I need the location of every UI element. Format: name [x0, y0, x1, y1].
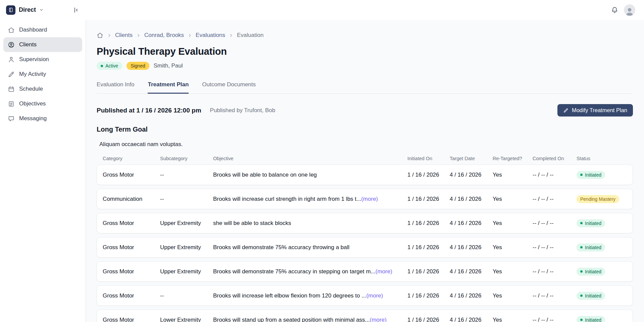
- sidebar-item-dashboard[interactable]: Dashboard: [3, 22, 82, 37]
- row-initiated-on: 1 / 16 / 2026: [407, 244, 448, 251]
- row-status: Initiated: [577, 171, 627, 179]
- status-dot: [580, 270, 583, 273]
- goals-table-header: Category Subcategory Objective Initiated…: [97, 156, 633, 161]
- row-status: Initiated: [577, 243, 627, 251]
- row-initiated-on: 1 / 16 / 2026: [407, 196, 448, 202]
- document-list-icon: [8, 100, 15, 107]
- row-target-date: 4 / 16 / 2026: [450, 196, 491, 202]
- row-completed-on: -- / -- / --: [533, 244, 575, 251]
- table-row[interactable]: Gross Motor Upper Extremity Brooks will …: [97, 261, 633, 282]
- row-category: Gross Motor: [103, 317, 158, 322]
- status-dot: [580, 174, 583, 176]
- col-status: Status: [577, 156, 627, 161]
- status-label: Initiated: [585, 172, 601, 178]
- sidebar-item-label: Dashboard: [19, 27, 47, 33]
- objective-text: Brooks will demonstrate 75% accuracy thr…: [213, 244, 349, 250]
- col-initiated-on: Initiated On: [407, 156, 448, 161]
- user-avatar[interactable]: [624, 4, 635, 16]
- row-subcategory: --: [160, 292, 211, 299]
- status-label: Initiated: [585, 245, 601, 250]
- row-retargeted: Yes: [493, 172, 531, 178]
- status-badge: Initiated: [577, 171, 605, 179]
- active-badge-label: Active: [105, 63, 118, 68]
- table-row[interactable]: Gross Motor Lower Extremity Brooks will …: [97, 310, 633, 322]
- row-subcategory: --: [160, 172, 211, 178]
- journal-icon: [8, 7, 14, 13]
- row-completed-on: -- / -- / --: [533, 268, 575, 275]
- breadcrumb-clients[interactable]: Clients: [115, 32, 133, 39]
- sidebar-item-label: Objectives: [19, 100, 46, 107]
- table-row[interactable]: Gross Motor Upper Extremity she will be …: [97, 213, 633, 233]
- sidebar-item-label: Supervision: [19, 56, 49, 63]
- row-category: Gross Motor: [103, 268, 158, 275]
- home-icon: [8, 27, 15, 34]
- row-target-date: 4 / 16 / 2026: [450, 292, 491, 299]
- top-bar-actions: [611, 4, 644, 16]
- app-logo: [6, 5, 15, 15]
- row-category: Gross Motor: [103, 172, 158, 178]
- chevron-right-icon: [136, 33, 141, 38]
- sidebar-item-objectives[interactable]: Objectives: [3, 96, 82, 111]
- long-term-goal-heading: Long Term Goal: [97, 126, 633, 133]
- chevron-right-icon: [188, 33, 192, 38]
- table-row[interactable]: Gross Motor -- Brooks will be able to ba…: [97, 165, 633, 185]
- sidebar-item-schedule[interactable]: Schedule: [3, 82, 82, 96]
- workspace-name: Direct: [19, 6, 36, 13]
- sidebar-item-clients[interactable]: Clients: [3, 37, 82, 52]
- row-retargeted: Yes: [493, 292, 531, 299]
- row-objective: Brooks will increase curl strength in ri…: [213, 196, 405, 202]
- breadcrumb-evaluations[interactable]: Evaluations: [196, 32, 225, 39]
- modify-treatment-plan-button[interactable]: Modify Treatment Plan: [557, 104, 633, 117]
- row-status: Initiated: [577, 219, 627, 227]
- more-link[interactable]: (more): [366, 292, 383, 299]
- row-initiated-on: 1 / 16 / 2026: [407, 220, 448, 227]
- row-objective: Brooks will stand up from a seated posit…: [213, 317, 405, 322]
- status-badge-row: Active Signed Smith, Paul: [97, 62, 633, 70]
- breadcrumb-home-icon[interactable]: [97, 32, 103, 39]
- more-link[interactable]: (more): [361, 196, 378, 202]
- pencil-icon: [8, 71, 15, 78]
- table-row[interactable]: Gross Motor Upper Extremity Brooks will …: [97, 237, 633, 258]
- sidebar-item-supervision[interactable]: Supervision: [3, 52, 82, 67]
- row-status: Initiated: [577, 316, 627, 322]
- row-target-date: 4 / 16 / 2026: [450, 244, 491, 251]
- person-icon: [625, 6, 635, 16]
- table-row[interactable]: Communication -- Brooks will increase cu…: [97, 189, 633, 209]
- status-dot: [580, 294, 583, 297]
- row-retargeted: Yes: [493, 244, 531, 251]
- status-badge: Initiated: [577, 292, 605, 300]
- row-category: Communication: [103, 196, 158, 202]
- row-initiated-on: 1 / 16 / 2026: [407, 292, 448, 299]
- more-link[interactable]: (more): [370, 317, 387, 322]
- objective-text: Brooks will demonstrate 75% accuracy in …: [213, 268, 376, 275]
- sidebar-collapse-button[interactable]: [72, 7, 79, 13]
- published-by: Published by Trufont, Bob: [210, 107, 276, 114]
- table-row[interactable]: Gross Motor -- Brooks will increase left…: [97, 285, 633, 306]
- tab-evaluation-info[interactable]: Evaluation Info: [97, 81, 134, 94]
- sidebar-item-label: My Activity: [19, 71, 46, 78]
- status-badge: Pending Mastery: [577, 195, 619, 203]
- col-completed-on: Completed On: [533, 156, 575, 161]
- row-completed-on: -- / -- / --: [533, 196, 575, 202]
- status-badge: Initiated: [577, 268, 605, 276]
- row-subcategory: Upper Extremity: [160, 268, 211, 275]
- tab-treatment-plan[interactable]: Treatment Plan: [148, 81, 189, 94]
- breadcrumb-client-name[interactable]: Conrad, Brooks: [144, 32, 184, 39]
- chevron-down-icon: [39, 8, 44, 12]
- notifications-button[interactable]: [611, 6, 618, 14]
- row-target-date: 4 / 16 / 2026: [450, 317, 491, 322]
- objective-text: Brooks will stand up from a seated posit…: [213, 317, 370, 322]
- row-completed-on: -- / -- / --: [533, 292, 575, 299]
- more-link[interactable]: (more): [376, 268, 392, 275]
- sidebar: Dashboard Clients Supervision My Activit…: [0, 20, 86, 322]
- user-circle-icon: [8, 41, 15, 48]
- workspace-switcher[interactable]: Direct: [6, 5, 44, 15]
- row-objective: Brooks will demonstrate 75% accuracy in …: [213, 268, 405, 275]
- status-badge: Initiated: [577, 219, 605, 227]
- sidebar-item-my-activity[interactable]: My Activity: [3, 67, 82, 82]
- collapse-sidebar-icon: [72, 7, 79, 13]
- row-objective: Brooks will be able to balance on one le…: [213, 172, 405, 178]
- tab-outcome-documents[interactable]: Outcome Documents: [202, 81, 256, 94]
- sidebar-item-messaging[interactable]: Messaging: [3, 111, 82, 126]
- status-label: Initiated: [585, 317, 601, 322]
